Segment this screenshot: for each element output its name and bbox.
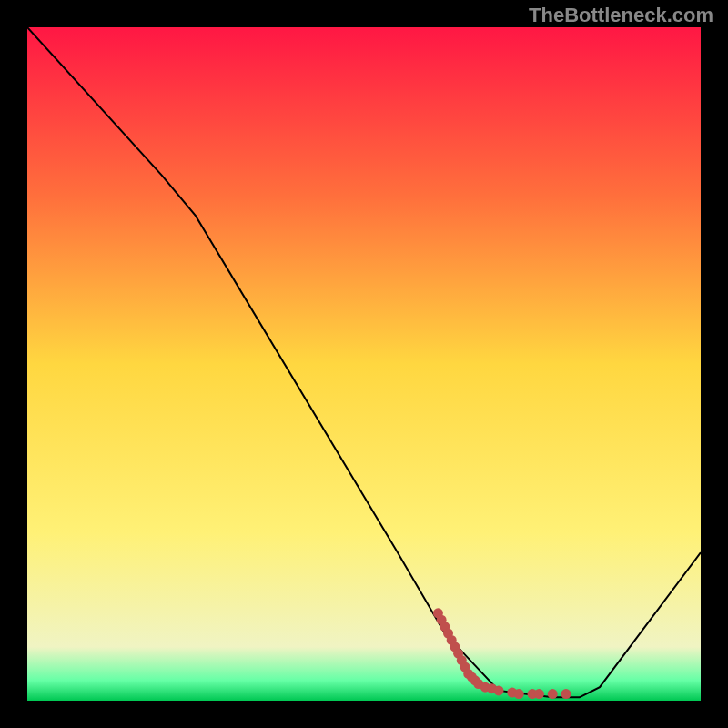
bottleneck-curve-line	[27, 27, 701, 697]
watermark-text: TheBottleneck.com	[529, 4, 713, 27]
chart-overlay	[27, 27, 701, 701]
highlight-dot	[514, 689, 524, 699]
highlight-dot	[494, 685, 504, 695]
highlight-markers	[433, 608, 571, 699]
highlight-dot	[548, 689, 558, 699]
highlight-dot	[561, 689, 571, 699]
plot-area	[27, 27, 701, 701]
highlight-dot	[534, 689, 544, 699]
